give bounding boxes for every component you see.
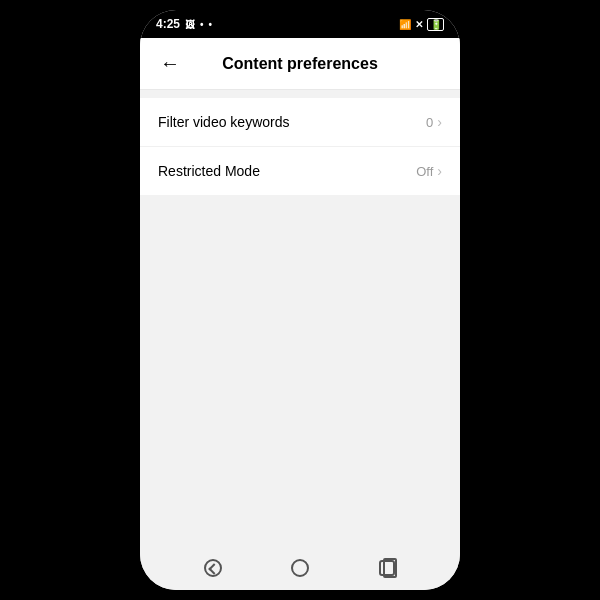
filter-keywords-chevron-icon: › [437, 114, 442, 130]
nav-home-icon [291, 559, 309, 577]
status-media-icon: 🖼 [185, 19, 195, 30]
back-arrow-icon: ← [160, 52, 180, 75]
status-bar: 4:25 🖼 • • 📶 ✕ 🔋 [140, 10, 460, 38]
top-bar: ← Content preferences [140, 38, 460, 90]
filter-keywords-right: 0 › [426, 114, 442, 130]
filter-keywords-count: 0 [426, 115, 433, 130]
nav-home-button[interactable] [289, 557, 311, 579]
restricted-mode-right: Off › [416, 163, 442, 179]
nav-back-button[interactable] [202, 557, 224, 579]
wifi-icon: 📶 [399, 19, 411, 30]
screen: ← Content preferences Filter video keywo… [140, 38, 460, 546]
nav-recent-button[interactable] [376, 557, 398, 579]
status-time: 4:25 [156, 17, 180, 31]
page-title: Content preferences [222, 55, 378, 73]
restricted-mode-status: Off [416, 164, 433, 179]
restricted-mode-chevron-icon: › [437, 163, 442, 179]
signal-icon: ✕ [415, 19, 423, 30]
settings-list: Filter video keywords 0 › Restricted Mod… [140, 98, 460, 195]
filter-keywords-item[interactable]: Filter video keywords 0 › [140, 98, 460, 147]
status-left: 4:25 🖼 • • [156, 17, 212, 31]
restricted-mode-item[interactable]: Restricted Mode Off › [140, 147, 460, 195]
status-dot1: • [200, 19, 204, 30]
phone-frame: 4:25 🖼 • • 📶 ✕ 🔋 ← Content preferences F… [140, 10, 460, 590]
status-dot2: • [209, 19, 213, 30]
battery-icon: 🔋 [427, 18, 444, 31]
restricted-mode-label: Restricted Mode [158, 163, 260, 179]
filter-keywords-label: Filter video keywords [158, 114, 290, 130]
back-button[interactable]: ← [156, 48, 184, 79]
nav-recent-icon [379, 560, 395, 576]
nav-bar [140, 546, 460, 590]
nav-back-icon [204, 559, 222, 577]
status-right: 📶 ✕ 🔋 [399, 18, 444, 31]
